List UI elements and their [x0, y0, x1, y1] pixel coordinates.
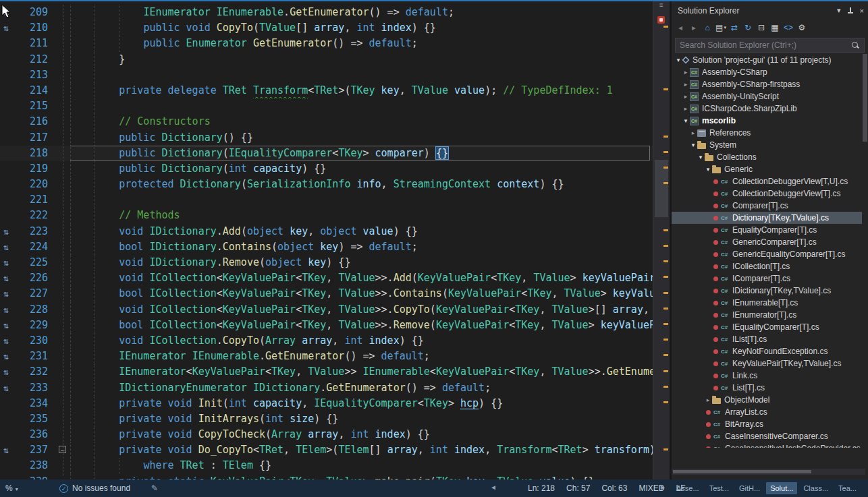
- code-line[interactable]: ⇅229 bool ICollection<KeyValuePair<TKey,…: [0, 318, 653, 333]
- tree-item[interactable]: Link.cs: [672, 370, 862, 382]
- tree-item[interactable]: ▾Solution 'project-gui' (11 of 11 projec…: [672, 54, 862, 66]
- code-line[interactable]: ⇅233 IDictionaryEnumerator IDictionary.G…: [0, 380, 653, 396]
- gutter-margin[interactable]: [0, 146, 23, 161]
- line-number[interactable]: 231: [23, 349, 53, 364]
- fold-margin[interactable]: [53, 396, 70, 411]
- gutter-margin[interactable]: ⇅: [0, 380, 23, 396]
- forward-icon[interactable]: ▸: [688, 22, 699, 33]
- fold-margin[interactable]: [53, 286, 70, 301]
- tree-item[interactable]: ▾Generic: [672, 163, 862, 175]
- tree-item[interactable]: IEnumerator[T].cs: [672, 309, 862, 321]
- code-text[interactable]: public Enumerator GetEnumerator() => def…: [70, 36, 653, 51]
- gutter-margin[interactable]: [0, 396, 23, 411]
- line-number[interactable]: 234: [23, 396, 53, 411]
- back-icon[interactable]: ◂: [675, 22, 686, 33]
- code-line[interactable]: ⇅230 void ICollection.CopyTo(Array array…: [0, 333, 653, 349]
- fold-margin[interactable]: [53, 380, 70, 396]
- line-number[interactable]: 216: [23, 114, 53, 129]
- line-number[interactable]: 225: [23, 255, 53, 270]
- line-number[interactable]: 238: [23, 458, 53, 473]
- expander-icon[interactable]: ▾: [674, 57, 682, 63]
- code-line[interactable]: ⇅225 void IDictionary.Remove(object key)…: [0, 255, 653, 270]
- code-text[interactable]: public Dictionary(int capacity) {}: [70, 161, 653, 177]
- line-number[interactable]: 224: [23, 239, 53, 255]
- hscroll-left-icon[interactable]: ◄: [490, 484, 497, 491]
- panel-tab-1[interactable]: Test...: [705, 482, 733, 494]
- line-number[interactable]: 223: [23, 224, 53, 239]
- tree-item[interactable]: ▾mscorlib: [672, 115, 862, 127]
- fold-margin[interactable]: [53, 302, 70, 318]
- line-number[interactable]: 211: [23, 36, 53, 51]
- line-number[interactable]: 214: [23, 83, 53, 98]
- hscroll-right-icon[interactable]: ►: [659, 484, 666, 491]
- tree-item[interactable]: List[T].cs: [672, 382, 862, 394]
- editor-vertical-scrollbar[interactable]: ≡: [653, 1, 670, 479]
- implements-interface-icon[interactable]: ⇅: [3, 242, 9, 252]
- gutter-margin[interactable]: [0, 208, 23, 223]
- code-line[interactable]: ⇅228 void ICollection<KeyValuePair<TKey,…: [0, 302, 653, 318]
- gutter-margin[interactable]: [0, 458, 23, 473]
- line-number[interactable]: 233: [23, 380, 53, 396]
- code-line[interactable]: ⇅232 IEnumerator<KeyValuePair<TKey, TVal…: [0, 364, 653, 380]
- code-line[interactable]: 219 public Dictionary(int capacity) {}: [0, 161, 653, 177]
- code-text[interactable]: [70, 98, 653, 114]
- sync-active-document-icon[interactable]: ⇄: [729, 22, 740, 33]
- code-line[interactable]: 238 where TRet : TElem {}: [0, 458, 653, 473]
- code-text[interactable]: bool ICollection<KeyValuePair<TKey, TVal…: [70, 286, 653, 301]
- code-line[interactable]: 220 protected Dictionary(SerializationIn…: [0, 177, 653, 192]
- code-text[interactable]: void ICollection<KeyValuePair<TKey, TVal…: [70, 302, 653, 318]
- code-text[interactable]: void IDictionary.Add(object key, object …: [70, 224, 653, 239]
- panel-tab-4[interactable]: Class...: [799, 482, 832, 494]
- gutter-margin[interactable]: [0, 114, 23, 129]
- view-code-icon[interactable]: <>: [783, 22, 794, 33]
- panel-tab-0[interactable]: Asse...: [672, 482, 703, 494]
- tree-item[interactable]: Dictionary[TKey,TValue].cs: [672, 212, 862, 224]
- expander-icon[interactable]: ▾: [689, 142, 697, 148]
- line-number[interactable]: 220: [23, 177, 53, 192]
- fold-margin[interactable]: [53, 5, 70, 20]
- code-line[interactable]: 235 private void InitArrays(int size) {}: [0, 411, 653, 427]
- gutter-margin[interactable]: [0, 36, 23, 51]
- code-text[interactable]: private void Init(int capacity, IEqualit…: [70, 396, 653, 411]
- code-text[interactable]: public Dictionary() {}: [70, 130, 653, 146]
- expander-icon[interactable]: ▾: [704, 166, 712, 173]
- code-line[interactable]: 234 private void Init(int capacity, IEqu…: [0, 396, 653, 411]
- code-line[interactable]: 218 public Dictionary(IEqualityComparer<…: [0, 146, 653, 161]
- line-number[interactable]: 235: [23, 411, 53, 427]
- line-number[interactable]: 210: [23, 20, 53, 36]
- line-number[interactable]: 215: [23, 98, 53, 114]
- implements-interface-icon[interactable]: ⇅: [3, 336, 9, 346]
- fold-margin[interactable]: [53, 161, 70, 177]
- fold-margin[interactable]: [53, 130, 70, 146]
- code-text[interactable]: void ICollection<KeyValuePair<TKey, TVal…: [70, 270, 653, 286]
- expander-icon[interactable]: ▸: [704, 397, 712, 403]
- gutter-margin[interactable]: ⇅: [0, 255, 23, 270]
- code-text[interactable]: protected Dictionary(SerializationInfo i…: [70, 177, 653, 192]
- tree-item[interactable]: KeyValuePair[TKey,TValue].cs: [672, 357, 862, 370]
- tree-item[interactable]: ArrayList.cs: [672, 406, 862, 418]
- code-line[interactable]: 213: [0, 67, 653, 83]
- code-text[interactable]: [70, 67, 653, 83]
- code-line[interactable]: ⇅209 IEnumerator IEnumerable.GetEnumerat…: [0, 5, 653, 20]
- line-number[interactable]: 232: [23, 364, 53, 380]
- tree-horizontal-scrollbar[interactable]: [672, 469, 865, 475]
- tree-item[interactable]: ▸ObjectModel: [672, 394, 862, 406]
- fold-margin[interactable]: [53, 224, 70, 239]
- expander-icon[interactable]: ▸: [682, 81, 690, 88]
- zoom-control[interactable]: %▾: [5, 484, 18, 493]
- line-number[interactable]: 212: [23, 52, 53, 67]
- fold-margin[interactable]: [53, 36, 70, 51]
- fold-margin[interactable]: [53, 318, 70, 333]
- fold-margin[interactable]: [53, 177, 70, 192]
- tree-item[interactable]: IList[T].cs: [672, 333, 862, 345]
- fold-margin[interactable]: [53, 458, 70, 473]
- home-icon[interactable]: ⌂: [702, 22, 713, 33]
- fold-margin[interactable]: [53, 349, 70, 364]
- code-text[interactable]: IEnumerator IEnumerable.GetEnumerator() …: [70, 349, 653, 364]
- fold-margin[interactable]: [53, 239, 70, 255]
- code-text[interactable]: private static KeyValuePair<TKey, TValue…: [70, 474, 653, 479]
- code-text[interactable]: private void InitArrays(int size) {}: [70, 411, 653, 427]
- split-editor-handle-icon[interactable]: ≡: [653, 1, 670, 9]
- implements-interface-icon[interactable]: ⇅: [3, 351, 9, 361]
- fold-margin[interactable]: [53, 208, 70, 223]
